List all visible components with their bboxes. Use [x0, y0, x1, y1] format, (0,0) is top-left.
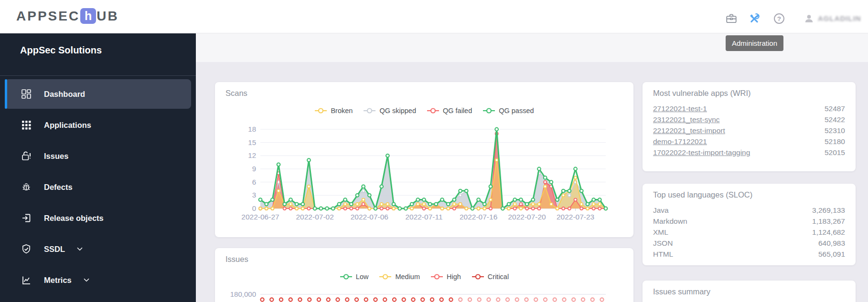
- svg-text:?: ?: [777, 15, 781, 22]
- sidebar-divider: [0, 75, 196, 76]
- sidebar-item-label: Defects: [44, 183, 73, 192]
- bug-icon: [21, 181, 32, 193]
- sidebar-item-issues[interactable]: Issues: [5, 141, 191, 171]
- issues-summary-card: Issues summary: [643, 281, 856, 302]
- language-label: Java: [653, 206, 669, 215]
- language-row: JSON640,983: [653, 238, 845, 249]
- row-value: 52180: [825, 137, 845, 146]
- app-row: 23122021_test-sync52422: [653, 114, 845, 125]
- issues-summary-title: Issues summary: [653, 287, 710, 296]
- row-value: 565,091: [818, 250, 845, 259]
- most-vulnerable-title: Most vulnerable apps (WRI): [653, 89, 751, 98]
- issues-marker-row: [260, 298, 603, 301]
- y-axis-tick-label: 6: [252, 178, 256, 186]
- chevron-down-icon: [75, 245, 84, 253]
- most-vulnerable-card: Most vulnerable apps (WRI) 27122021-test…: [643, 82, 856, 171]
- y-axis-tick-label: 9: [252, 165, 256, 173]
- line-chart-icon: [21, 274, 32, 286]
- appsechub-logo: APPSEChUB: [16, 8, 119, 24]
- top-languages-card: Top used languages (SLOC) Java3,269,133M…: [643, 184, 856, 265]
- sidebar-item-release-objects[interactable]: Release objects: [5, 203, 191, 233]
- app-link[interactable]: 23122021_test-sync: [653, 115, 720, 124]
- briefcase-icon[interactable]: [725, 12, 738, 25]
- language-label: XML: [653, 228, 668, 237]
- issues-card: Issues LowMediumHighCritical 180,000: [215, 248, 633, 302]
- sidebar-item-ssdl[interactable]: SSDL: [5, 234, 191, 264]
- app-link[interactable]: 17022022-test-import-tagging: [653, 148, 750, 157]
- active-indicator-bar: [5, 79, 7, 109]
- sidebar-item-metrics[interactable]: Metrics: [5, 265, 191, 295]
- language-row: Java3,269,133: [653, 205, 845, 216]
- row-value: 3,269,133: [812, 206, 845, 215]
- y-axis-tick-label: 3: [252, 191, 256, 199]
- sidebar-item-label: Release objects: [44, 214, 104, 223]
- y-axis-tick-label: 0: [252, 204, 256, 212]
- x-axis-tick-label: 2022-07-20: [508, 213, 546, 221]
- issues-chart-svg: 180,000: [215, 248, 633, 302]
- row-value: 1,124,682: [812, 228, 845, 237]
- logo-h-tile: h: [80, 8, 96, 24]
- language-label: HTML: [653, 250, 673, 259]
- sidebar-menu: DashboardApplicationsIssuesDefectsReleas…: [0, 79, 196, 296]
- y-axis-tick-label: 15: [248, 138, 256, 146]
- administration-tooltip: Administration: [726, 35, 783, 51]
- issues-y-tick-label: 180,000: [230, 290, 256, 298]
- sidebar-title: AppSec Solutions: [20, 45, 102, 56]
- x-axis-tick-label: 2022-07-06: [351, 213, 388, 221]
- sidebar-item-label: Issues: [44, 152, 68, 161]
- most-vulnerable-rows: 27122021-test-15248723122021_test-sync52…: [653, 103, 845, 158]
- y-axis-tick-label: 12: [248, 151, 256, 159]
- app-row: 22122021_test-import52310: [653, 125, 845, 136]
- lock-exclamation-icon: [21, 150, 32, 162]
- sidebar-item-dashboard[interactable]: Dashboard: [5, 79, 191, 109]
- shield-check-icon: [21, 243, 32, 255]
- app-header: APPSEChUB ? AGLADILIN: [0, 0, 868, 33]
- y-axis-tick-label: 18: [248, 125, 256, 133]
- logo-part1: APPSEC: [16, 9, 80, 24]
- sidebar-item-defects[interactable]: Defects: [5, 172, 191, 202]
- scans-chart-svg: 03691215182022-06-272022-07-022022-07-06…: [215, 82, 633, 237]
- sidebar-item-label: SSDL: [44, 245, 65, 254]
- sidebar: AppSec Solutions DashboardApplicationsIs…: [0, 33, 196, 302]
- dashboard-icon: [21, 88, 32, 100]
- logo-part2: UB: [96, 9, 118, 24]
- sidebar-item-applications[interactable]: Applications: [5, 110, 191, 140]
- applications-icon: [21, 119, 32, 131]
- row-value: 52422: [825, 115, 845, 124]
- language-label: JSON: [653, 239, 673, 248]
- language-row: HTML565,091: [653, 249, 845, 260]
- sidebar-item-label: Applications: [44, 121, 91, 130]
- row-value: 52015: [825, 148, 845, 157]
- tools-icon[interactable]: [748, 12, 761, 25]
- row-value: 52310: [825, 126, 845, 135]
- language-row: XML1,124,682: [653, 227, 845, 238]
- help-icon[interactable]: ?: [773, 12, 785, 25]
- top-languages-title: Top used languages (SLOC): [653, 190, 752, 199]
- app-link[interactable]: demo-17122021: [653, 137, 707, 146]
- scans-card: Scans BrokenQG skippedQG failedQG passed…: [215, 82, 633, 237]
- app-row: 17022022-test-import-tagging52015: [653, 147, 845, 158]
- x-axis-tick-label: 2022-07-11: [405, 213, 442, 221]
- app-row: demo-1712202152180: [653, 136, 845, 147]
- user-name[interactable]: AGLADILIN: [818, 14, 861, 22]
- row-value: 640,983: [818, 239, 845, 248]
- top-languages-rows: Java3,269,133Markdown1,183,267XML1,124,6…: [653, 205, 845, 260]
- sidebar-item-label: Metrics: [44, 276, 72, 285]
- language-row: Markdown1,183,267: [653, 216, 845, 227]
- x-axis-tick-label: 2022-06-27: [241, 213, 279, 221]
- x-axis-tick-label: 2022-07-16: [460, 213, 497, 221]
- language-label: Markdown: [653, 217, 687, 226]
- sidebar-item-label: Dashboard: [44, 90, 85, 99]
- exit-to-app-icon: [21, 212, 32, 224]
- x-axis-tick-label: 2022-07-23: [557, 213, 594, 221]
- app-row: 27122021-test-152487: [653, 103, 845, 114]
- row-value: 52487: [825, 104, 845, 113]
- app-link[interactable]: 27122021-test-1: [653, 104, 707, 113]
- app-link[interactable]: 22122021_test-import: [653, 126, 725, 135]
- user-icon[interactable]: [804, 12, 814, 25]
- chevron-down-icon: [82, 276, 91, 284]
- x-axis-tick-label: 2022-07-02: [296, 213, 334, 221]
- row-value: 1,183,267: [812, 217, 845, 226]
